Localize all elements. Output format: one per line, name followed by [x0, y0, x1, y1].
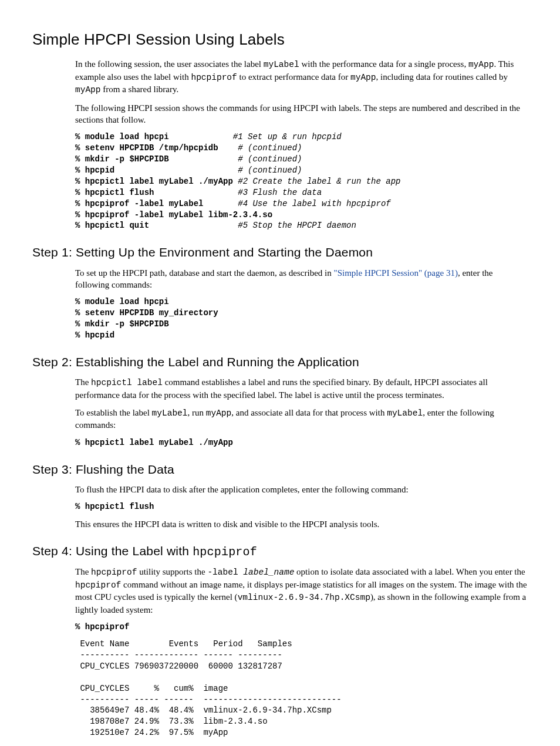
step2-code: % hpcpictl label myLabel ./myApp: [75, 437, 528, 448]
cmd: hpcpiprof -label myLabel libm-2.3.4.so: [85, 210, 272, 220]
step3-p2: This ensures the HPCPI data is written t…: [75, 518, 528, 530]
intro-p2: The following HPCPI session shows the co…: [75, 102, 528, 126]
comment: #1 Set up & run hpcpid: [233, 132, 342, 141]
comment: #3 Flush the data: [238, 188, 322, 197]
pad: [149, 221, 238, 230]
code-hpcpictl-label: hpcpictl label: [91, 378, 163, 387]
comment: # (continued): [238, 166, 302, 175]
comment: #4 Use the label with hpcpiprof: [238, 199, 390, 208]
text: The: [75, 567, 91, 576]
cmd: module load hpcpi: [85, 132, 169, 141]
cmd: hpcpictl quit: [85, 221, 149, 230]
comment: #2 Create the label & run the app: [238, 177, 400, 186]
page-title: Simple HPCPI Session Using Labels: [32, 29, 528, 50]
step4-p1: The hpcpiprof utility supports the -labe…: [75, 566, 528, 616]
code-myapp: myApp: [206, 409, 232, 418]
code-label-opt: -label: [207, 568, 243, 577]
prompt: %: [75, 210, 85, 220]
step2-p1: The hpcpictl label command establishes a…: [75, 376, 528, 401]
code-hpcpiprof: hpcpiprof: [75, 580, 121, 590]
step4-cmd: % hpcpiprof: [75, 622, 528, 633]
pad: [114, 166, 238, 175]
pad: [169, 132, 233, 141]
cmd: hpcpid: [85, 166, 114, 175]
comment: #5 Stop the HPCPI daemon: [238, 221, 356, 230]
pad: [169, 154, 238, 164]
text: utility supports the: [137, 567, 207, 576]
cmd: mkdir -p $HPCPIDB: [85, 154, 169, 164]
xref-link[interactable]: "Simple HPCPI Session" (page 31): [334, 268, 458, 278]
code-hpcpiprof: hpcpiprof: [193, 545, 257, 559]
comment: # (continued): [238, 143, 302, 153]
text: In the following session, the user assoc…: [75, 59, 264, 69]
code-mylabel: myLabel: [264, 60, 299, 69]
pad: [203, 199, 238, 208]
code-hpcpiprof: hpcpiprof: [191, 73, 237, 82]
pad: [154, 188, 238, 197]
pad: [218, 143, 238, 153]
cmd: setenv HPCPIDB /tmp/hpcpidb: [85, 143, 218, 153]
prompt: %: [75, 143, 85, 153]
step2-heading: Step 2: Establishing the Label and Runni…: [32, 354, 528, 370]
session-code-block: % module load hpcpi #1 Set up & run hpcp…: [75, 131, 528, 231]
comment: # (continued): [238, 154, 302, 164]
code-kernel: vmlinux-2.6.9-34.7hp.XCsmp: [238, 593, 370, 602]
code-myapp: myApp: [468, 60, 494, 69]
step1-heading: Step 1: Setting Up the Environment and S…: [32, 244, 528, 261]
step2-p2: To establish the label myLabel, run myAp…: [75, 407, 528, 431]
text: , including data for routines called by: [376, 72, 508, 82]
text: Step 4: Using the Label with: [32, 544, 193, 558]
prompt: %: [75, 221, 85, 230]
text: , and associate all data for that proces…: [231, 408, 387, 417]
code-myapp: myApp: [350, 73, 376, 82]
code-mylabel: myLabel: [152, 409, 188, 418]
step1-p: To set up the HPCPI path, database and s…: [75, 267, 528, 291]
prompt: %: [75, 154, 85, 164]
text: with the performance data for a single p…: [299, 59, 468, 69]
cmd: hpcpictl flush: [85, 188, 154, 197]
prompt: %: [75, 177, 85, 186]
cmd: hpcpictl label myLabel ./myApp: [85, 177, 233, 186]
text: from a shared library.: [101, 85, 179, 94]
code-hpcpiprof: hpcpiprof: [91, 568, 137, 577]
code-myapp: myApp: [75, 85, 101, 94]
text: option to isolate data associated with a…: [294, 567, 525, 576]
step3-heading: Step 3: Flushing the Data: [32, 461, 528, 478]
text: , run: [188, 408, 206, 417]
prompt: %: [75, 166, 85, 175]
step3-p1: To flush the HPCPI data to disk after th…: [75, 484, 528, 495]
prompt: %: [75, 188, 85, 197]
text: to extract performance data for: [237, 72, 350, 82]
step3-code: % hpcpictl flush: [75, 501, 528, 512]
step1-code: % module load hpcpi % setenv HPCPIDB my_…: [75, 296, 528, 341]
text: To set up the HPCPI path, database and s…: [75, 268, 334, 278]
prompt: %: [75, 199, 85, 208]
step4-heading: Step 4: Using the Label with hpcpiprof: [32, 543, 528, 560]
prompt: %: [75, 132, 85, 141]
code-label-name: label_name: [243, 568, 294, 577]
text: To establish the label: [75, 408, 152, 417]
step4-output-table: Event Name Events Period Samples -------…: [75, 639, 528, 738]
intro-p1: In the following session, the user assoc…: [75, 58, 528, 96]
text: The: [75, 377, 91, 387]
code-mylabel: myLabel: [387, 409, 423, 418]
cmd: hpcpiprof -label myLabel: [85, 199, 204, 208]
pad: [233, 177, 238, 186]
